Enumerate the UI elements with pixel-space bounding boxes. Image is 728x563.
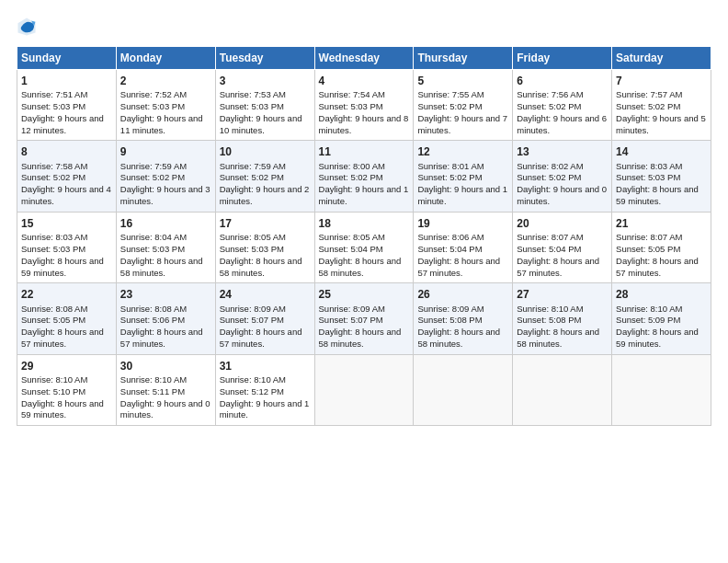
cell-text: Daylight: 9 hours and 4 minutes. <box>21 184 111 206</box>
cell-text: Sunrise: 8:01 AM <box>417 161 483 171</box>
cell-text: Sunset: 5:03 PM <box>21 101 85 111</box>
cell-text: Sunset: 5:12 PM <box>220 386 284 396</box>
week-row-1: 8Sunrise: 7:58 AMSunset: 5:02 PMDaylight… <box>17 141 711 212</box>
calendar-cell: 14Sunrise: 8:03 AMSunset: 5:03 PMDayligh… <box>612 141 711 212</box>
calendar-cell <box>314 354 414 425</box>
cell-text: Sunrise: 8:10 AM <box>616 304 682 314</box>
cell-text: Sunrise: 7:59 AM <box>220 161 286 171</box>
cell-text: Sunrise: 7:54 AM <box>319 89 385 99</box>
cell-text: Daylight: 8 hours and 59 minutes. <box>616 184 699 206</box>
col-header-monday: Monday <box>116 47 215 70</box>
day-number: 30 <box>120 359 211 373</box>
calendar-cell: 8Sunrise: 7:58 AMSunset: 5:02 PMDaylight… <box>17 141 117 212</box>
week-row-0: 1Sunrise: 7:51 AMSunset: 5:03 PMDaylight… <box>17 70 711 141</box>
calendar-cell: 26Sunrise: 8:09 AMSunset: 5:08 PMDayligh… <box>414 283 513 354</box>
col-header-friday: Friday <box>513 47 612 70</box>
cell-text: Daylight: 8 hours and 59 minutes. <box>21 398 104 420</box>
cell-text: Sunrise: 8:00 AM <box>319 161 385 171</box>
cell-text: Daylight: 9 hours and 6 minutes. <box>517 113 607 135</box>
cell-text: Sunset: 5:03 PM <box>319 101 383 111</box>
cell-text: Daylight: 8 hours and 58 minutes. <box>517 327 599 349</box>
calendar-cell: 2Sunrise: 7:52 AMSunset: 5:03 PMDaylight… <box>116 70 215 141</box>
cell-text: Sunrise: 8:07 AM <box>616 232 682 242</box>
day-number: 8 <box>21 144 112 159</box>
cell-text: Sunrise: 8:03 AM <box>616 161 682 171</box>
cell-text: Sunset: 5:03 PM <box>616 172 680 182</box>
col-header-saturday: Saturday <box>612 47 711 70</box>
cell-text: Sunset: 5:02 PM <box>417 172 482 182</box>
calendar-cell <box>513 354 612 425</box>
cell-text: Sunset: 5:04 PM <box>517 244 581 254</box>
calendar-table: SundayMondayTuesdayWednesdayThursdayFrid… <box>17 46 711 426</box>
cell-text: Sunrise: 8:10 AM <box>517 304 583 314</box>
calendar-cell: 16Sunrise: 8:04 AMSunset: 5:03 PMDayligh… <box>116 212 215 282</box>
day-number: 15 <box>21 216 112 231</box>
cell-text: Sunrise: 8:08 AM <box>120 304 187 314</box>
calendar-cell: 31Sunrise: 8:10 AMSunset: 5:12 PMDayligh… <box>215 354 314 425</box>
cell-text: Sunrise: 7:56 AM <box>517 89 583 99</box>
cell-text: Sunset: 5:09 PM <box>616 315 680 325</box>
page: SundayMondayTuesdayWednesdayThursdayFrid… <box>0 0 728 563</box>
calendar-cell: 25Sunrise: 8:09 AMSunset: 5:07 PMDayligh… <box>314 283 414 354</box>
cell-text: Sunrise: 8:10 AM <box>120 374 187 385</box>
calendar-cell: 17Sunrise: 8:05 AMSunset: 5:03 PMDayligh… <box>215 212 314 282</box>
day-number: 14 <box>616 144 707 159</box>
col-header-wednesday: Wednesday <box>314 47 414 70</box>
calendar-cell: 29Sunrise: 8:10 AMSunset: 5:10 PMDayligh… <box>17 354 117 425</box>
day-number: 23 <box>120 287 211 302</box>
calendar-cell: 24Sunrise: 8:09 AMSunset: 5:07 PMDayligh… <box>215 283 314 354</box>
cell-text: Daylight: 9 hours and 0 minutes. <box>517 184 607 206</box>
cell-text: Daylight: 9 hours and 12 minutes. <box>21 113 104 135</box>
cell-text: Daylight: 8 hours and 57 minutes. <box>220 327 302 349</box>
cell-text: Sunset: 5:02 PM <box>417 101 482 111</box>
calendar-cell: 15Sunrise: 8:03 AMSunset: 5:03 PMDayligh… <box>17 212 117 282</box>
calendar-cell: 20Sunrise: 8:07 AMSunset: 5:04 PMDayligh… <box>513 212 612 282</box>
calendar-cell: 27Sunrise: 8:10 AMSunset: 5:08 PMDayligh… <box>513 283 612 354</box>
cell-text: Daylight: 8 hours and 57 minutes. <box>616 256 699 278</box>
day-number: 10 <box>220 144 311 159</box>
cell-text: Daylight: 9 hours and 11 minutes. <box>120 113 203 135</box>
cell-text: Daylight: 9 hours and 3 minutes. <box>120 184 210 206</box>
cell-text: Sunset: 5:03 PM <box>220 244 284 254</box>
cell-text: Daylight: 8 hours and 59 minutes. <box>21 256 104 278</box>
cell-text: Sunset: 5:11 PM <box>120 386 185 396</box>
calendar-cell: 11Sunrise: 8:00 AMSunset: 5:02 PMDayligh… <box>314 141 414 212</box>
day-number: 27 <box>517 287 608 302</box>
cell-text: Daylight: 9 hours and 5 minutes. <box>616 113 706 135</box>
cell-text: Sunset: 5:04 PM <box>319 244 383 254</box>
cell-text: Sunrise: 8:07 AM <box>517 232 583 242</box>
header <box>17 17 711 37</box>
cell-text: Sunrise: 8:09 AM <box>417 304 483 314</box>
cell-text: Daylight: 9 hours and 1 minute. <box>220 398 310 420</box>
day-number: 25 <box>319 287 410 302</box>
day-number: 11 <box>319 144 410 159</box>
cell-text: Daylight: 8 hours and 59 minutes. <box>616 327 699 349</box>
day-number: 3 <box>220 74 311 88</box>
cell-text: Sunset: 5:07 PM <box>220 315 284 325</box>
cell-text: Daylight: 8 hours and 58 minutes. <box>319 256 402 278</box>
calendar-cell: 5Sunrise: 7:55 AMSunset: 5:02 PMDaylight… <box>414 70 513 141</box>
cell-text: Daylight: 8 hours and 58 minutes. <box>220 256 302 278</box>
cell-text: Sunset: 5:03 PM <box>21 244 85 254</box>
cell-text: Sunset: 5:06 PM <box>120 315 185 325</box>
cell-text: Sunset: 5:02 PM <box>21 172 85 182</box>
cell-text: Sunrise: 8:02 AM <box>517 161 583 171</box>
day-number: 6 <box>517 74 608 88</box>
calendar-cell: 18Sunrise: 8:05 AMSunset: 5:04 PMDayligh… <box>314 212 414 282</box>
day-number: 16 <box>120 216 211 231</box>
cell-text: Sunset: 5:05 PM <box>616 244 680 254</box>
cell-text: Daylight: 9 hours and 1 minute. <box>319 184 409 206</box>
calendar-cell: 13Sunrise: 8:02 AMSunset: 5:02 PMDayligh… <box>513 141 612 212</box>
calendar-cell: 7Sunrise: 7:57 AMSunset: 5:02 PMDaylight… <box>612 70 711 141</box>
cell-text: Daylight: 9 hours and 8 minutes. <box>319 113 409 135</box>
day-number: 4 <box>319 74 410 88</box>
cell-text: Sunrise: 7:53 AM <box>220 89 286 99</box>
cell-text: Sunrise: 8:10 AM <box>220 374 286 385</box>
day-number: 7 <box>616 74 707 88</box>
calendar-cell <box>414 354 513 425</box>
cell-text: Sunrise: 7:51 AM <box>21 89 87 99</box>
week-row-4: 29Sunrise: 8:10 AMSunset: 5:10 PMDayligh… <box>17 354 711 425</box>
cell-text: Sunrise: 8:09 AM <box>319 304 385 314</box>
day-number: 21 <box>616 216 707 231</box>
cell-text: Sunset: 5:02 PM <box>120 172 185 182</box>
